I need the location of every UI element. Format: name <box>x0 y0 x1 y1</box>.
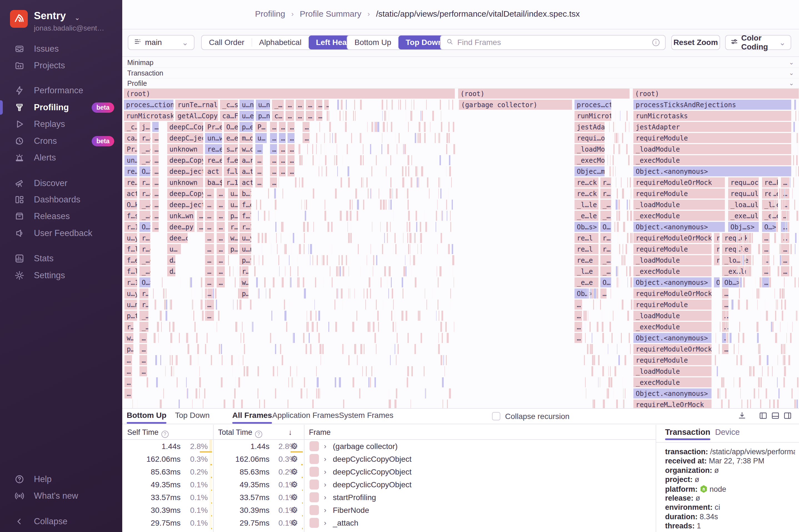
flame-frame[interactable] <box>757 332 759 343</box>
flame-frame[interactable] <box>795 244 796 254</box>
flame-frame[interactable] <box>757 299 758 310</box>
flame-frame[interactable]: O… <box>600 277 612 288</box>
flame-frame[interactable] <box>738 266 739 277</box>
flame-frame[interactable] <box>374 332 376 343</box>
flame-frame[interactable] <box>611 332 613 343</box>
flame-frame[interactable]: b…1 <box>239 188 252 199</box>
info-icon[interactable]: i <box>652 39 659 46</box>
flame-frame[interactable] <box>383 200 385 210</box>
sort-alphabetical[interactable]: Alphabetical <box>252 36 309 50</box>
flame-frame[interactable] <box>342 299 343 310</box>
flame-frame[interactable]: proces…ctions <box>574 99 612 110</box>
flame-frame[interactable] <box>376 299 377 310</box>
flame-frame[interactable]: processTicksAndRejections <box>633 99 792 110</box>
flame-frame[interactable] <box>450 222 451 232</box>
flame-frame[interactable] <box>346 210 348 221</box>
flame-frame[interactable] <box>619 111 619 121</box>
flame-frame[interactable]: u…y <box>239 233 252 243</box>
flame-frame[interactable]: un…wn <box>205 133 222 143</box>
flame-frame[interactable] <box>784 233 786 243</box>
flame-frame[interactable] <box>795 111 797 121</box>
flame-frame[interactable] <box>725 388 727 399</box>
flame-frame[interactable] <box>427 177 429 188</box>
flame-frame[interactable] <box>784 277 785 288</box>
flame-frame[interactable] <box>262 255 264 265</box>
flame-frame[interactable] <box>275 200 277 210</box>
breadcrumb-profiling[interactable]: Profiling <box>255 9 285 19</box>
flame-frame[interactable] <box>340 99 343 110</box>
flame-frame[interactable] <box>196 332 198 343</box>
flame-frame[interactable] <box>448 121 450 132</box>
flame-frame[interactable] <box>608 366 609 377</box>
flame-frame[interactable] <box>334 377 336 387</box>
flame-frame[interactable] <box>356 310 357 321</box>
flame-frame[interactable] <box>205 299 207 310</box>
flame-frame[interactable] <box>318 166 319 176</box>
flame-frame[interactable] <box>629 121 630 132</box>
flame-frame[interactable]: _c…st <box>220 99 238 110</box>
flame-frame[interactable] <box>616 210 618 221</box>
flame-frame[interactable] <box>389 200 389 210</box>
flame-frame[interactable] <box>405 188 405 199</box>
flame-frame[interactable] <box>301 200 302 210</box>
flame-frame[interactable]: _loadModule <box>633 255 712 265</box>
flame-frame[interactable]: p… <box>124 344 134 354</box>
flame-frame[interactable] <box>346 255 347 265</box>
flame-frame[interactable] <box>367 288 368 299</box>
flame-frame[interactable]: p…n <box>256 111 271 121</box>
flame-frame[interactable] <box>414 344 416 354</box>
flame-frame[interactable] <box>254 266 256 277</box>
flame-frame[interactable]: … <box>217 210 225 221</box>
flame-frame[interactable] <box>627 177 628 188</box>
flame-frame[interactable] <box>731 299 734 310</box>
flame-frame[interactable] <box>162 277 163 288</box>
flame-frame[interactable] <box>278 177 279 188</box>
flame-frame[interactable] <box>613 388 614 399</box>
flame-frame[interactable] <box>304 210 306 221</box>
tab-device[interactable]: Device <box>715 428 740 437</box>
question-icon[interactable]: ? <box>255 431 262 438</box>
flame-frame[interactable]: … <box>279 121 286 132</box>
flame-frame[interactable]: requireModuleOrMock <box>633 233 712 243</box>
flame-frame[interactable] <box>627 233 629 243</box>
flame-frame[interactable] <box>392 322 394 332</box>
flame-frame[interactable] <box>796 399 798 408</box>
flame-frame[interactable]: r… <box>139 299 149 310</box>
flame-frame[interactable] <box>436 266 437 277</box>
flame-frame[interactable] <box>440 322 442 332</box>
flame-frame[interactable] <box>390 222 391 232</box>
flame-frame[interactable] <box>303 244 305 254</box>
flame-frame[interactable]: … <box>205 277 214 288</box>
frame-table-row[interactable]: 162.06ms0.3%162.06ms0.3%⚙›deepCyclicCopy… <box>122 453 656 466</box>
flame-frame[interactable] <box>318 310 320 321</box>
flame-frame[interactable] <box>205 310 206 321</box>
flame-frame[interactable] <box>282 188 283 199</box>
collapse-recursion-checkbox[interactable] <box>492 412 500 420</box>
flame-frame[interactable] <box>349 200 351 210</box>
flame-frame[interactable]: O…> <box>139 166 151 176</box>
flame-frame[interactable] <box>739 288 740 299</box>
flame-frame[interactable] <box>614 133 615 143</box>
flame-frame[interactable] <box>204 299 204 310</box>
flame-frame[interactable] <box>368 277 371 288</box>
flame-frame[interactable] <box>448 188 449 199</box>
flame-frame[interactable]: … <box>296 99 304 110</box>
flame-frame[interactable] <box>253 255 255 265</box>
flame-frame[interactable] <box>730 299 730 310</box>
flame-frame[interactable]: re…e <box>574 255 599 265</box>
flame-frame[interactable]: deepC…ject <box>167 133 204 143</box>
flame-frame[interactable] <box>630 344 631 354</box>
flame-frame[interactable] <box>410 111 412 121</box>
flame-frame[interactable] <box>769 277 772 288</box>
flame-frame[interactable] <box>239 299 242 310</box>
flame-frame[interactable] <box>437 299 439 310</box>
flame-frame[interactable] <box>387 121 388 132</box>
sidebar-item-performance[interactable]: Performance <box>0 82 122 99</box>
flame-frame[interactable] <box>743 277 745 288</box>
flame-frame[interactable]: … <box>152 210 159 221</box>
flame-frame[interactable] <box>450 288 451 299</box>
flame-frame[interactable] <box>451 244 453 254</box>
flame-frame[interactable] <box>338 255 340 265</box>
flame-frame[interactable] <box>387 144 390 154</box>
flame-frame[interactable] <box>170 299 172 310</box>
